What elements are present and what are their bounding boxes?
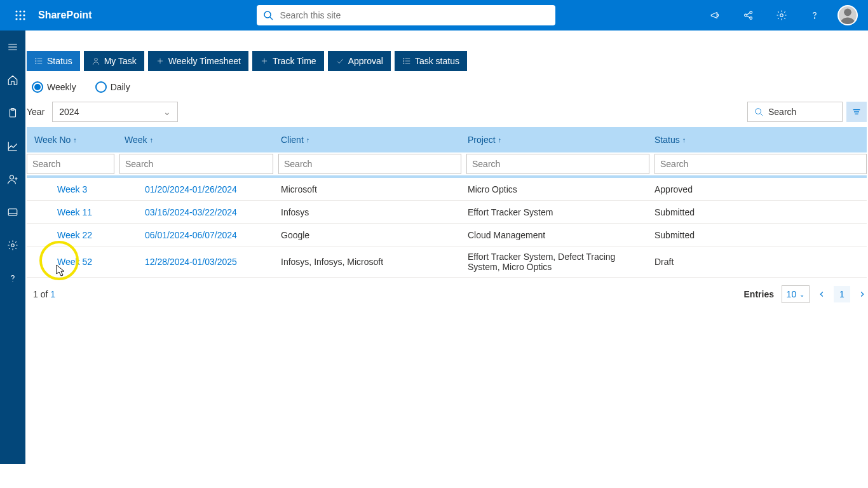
main-panel: Status My Task Weekly Timesheet Track Ti… xyxy=(25,30,868,488)
list-icon xyxy=(402,57,411,65)
table-search[interactable]: Search xyxy=(747,102,843,122)
share-icon[interactable] xyxy=(738,5,759,25)
pagination: 1 of 1 Entries 10 ⌄ 1 xyxy=(33,285,867,303)
gear-icon[interactable] xyxy=(771,5,792,25)
clipboard-icon[interactable] xyxy=(3,103,23,123)
cell-status: Submitted xyxy=(647,225,867,245)
radio-daily[interactable]: Daily xyxy=(95,81,130,93)
tab-label: Status xyxy=(47,56,72,66)
user-avatar[interactable] xyxy=(837,5,858,25)
cell-weekno[interactable]: Week 52 xyxy=(27,252,117,272)
chevron-down-icon: ⌄ xyxy=(163,107,171,117)
cell-week[interactable]: 06/01/2024-06/07/2024 xyxy=(117,225,273,245)
cell-week[interactable]: 12/28/2024-01/03/2025 xyxy=(117,252,273,272)
tab-status[interactable]: Status xyxy=(27,51,80,71)
app-launcher-icon[interactable] xyxy=(5,0,36,30)
svg-line-15 xyxy=(747,16,750,18)
sort-up-icon: ↑ xyxy=(306,136,310,144)
page-number[interactable]: 1 xyxy=(834,286,850,302)
svg-point-36 xyxy=(36,63,36,64)
plus-icon xyxy=(260,57,269,65)
view-radio-group: Weekly Daily xyxy=(32,81,868,93)
sort-up-icon: ↑ xyxy=(682,136,686,144)
sort-up-icon: ↑ xyxy=(150,136,154,144)
filter-toolbar: Year 2024 ⌄ Search xyxy=(27,102,868,122)
th-status[interactable]: Status↑ xyxy=(647,135,867,145)
pagination-info: 1 of 1 xyxy=(33,289,55,299)
radio-circle-icon xyxy=(32,81,43,93)
svg-point-11 xyxy=(745,14,747,17)
cell-status: Draft xyxy=(647,252,867,272)
filter-lines-icon xyxy=(851,107,862,117)
site-search-input[interactable] xyxy=(280,10,549,20)
radio-circle-icon xyxy=(95,81,107,93)
user-plus-icon[interactable] xyxy=(3,169,23,189)
filter-button[interactable] xyxy=(846,102,867,122)
chevron-down-icon: ⌄ xyxy=(799,291,804,298)
sidebar-help-icon[interactable] xyxy=(3,268,23,288)
sort-up-icon: ↑ xyxy=(498,136,502,144)
table-header: Week No↑ Week↑ Client↑ Project↑ Status↑ xyxy=(27,127,867,152)
search-icon xyxy=(263,10,273,20)
megaphone-icon[interactable] xyxy=(705,5,726,25)
tab-label: My Task xyxy=(104,56,137,66)
tab-weekly-timesheet[interactable]: Weekly Timesheet xyxy=(148,51,248,71)
tab-row: Status My Task Weekly Timesheet Track Ti… xyxy=(27,51,868,71)
cell-week[interactable]: 01/20/2024-01/26/2024 xyxy=(117,179,273,200)
cell-week[interactable]: 03/16/2024-03/22/2024 xyxy=(117,202,273,222)
svg-point-8 xyxy=(23,18,25,20)
table-filter-row xyxy=(27,152,867,178)
filter-status[interactable] xyxy=(654,154,867,174)
cell-project: Micro Optics xyxy=(460,179,647,200)
tab-mytask[interactable]: My Task xyxy=(84,51,144,71)
tab-approval[interactable]: Approval xyxy=(328,51,391,71)
filter-weekno[interactable] xyxy=(27,154,114,174)
table-row: Week 3 01/20/2024-01/26/2024 Microsoft M… xyxy=(27,178,867,201)
cell-project: Cloud Management xyxy=(460,225,647,245)
filter-week[interactable] xyxy=(119,154,273,174)
radio-weekly[interactable]: Weekly xyxy=(32,81,76,93)
svg-point-2 xyxy=(23,10,25,12)
svg-point-48 xyxy=(756,109,761,114)
th-project[interactable]: Project↑ xyxy=(460,135,647,145)
brand-label: SharePoint xyxy=(38,10,92,21)
tab-label: Track Time xyxy=(273,56,316,66)
tablet-icon[interactable] xyxy=(3,202,23,222)
next-page-icon[interactable] xyxy=(858,290,867,299)
th-weekno[interactable]: Week No↑ xyxy=(27,135,117,145)
tab-label: Approval xyxy=(348,56,383,66)
cell-status: Approved xyxy=(647,179,867,200)
svg-point-1 xyxy=(19,10,21,12)
svg-point-9 xyxy=(264,11,271,18)
search-placeholder: Search xyxy=(768,107,796,117)
help-icon[interactable] xyxy=(804,5,825,25)
cell-weekno[interactable]: Week 3 xyxy=(27,179,117,200)
filter-project[interactable] xyxy=(466,154,649,174)
menu-toggle-icon[interactable] xyxy=(3,37,23,57)
chart-icon[interactable] xyxy=(3,136,23,156)
settings-icon[interactable] xyxy=(3,235,23,255)
th-client[interactable]: Client↑ xyxy=(273,135,460,145)
svg-point-47 xyxy=(403,63,404,64)
svg-line-49 xyxy=(761,114,763,116)
data-table: Week No↑ Week↑ Client↑ Project↑ Status↑ … xyxy=(27,127,867,278)
svg-point-30 xyxy=(12,281,13,281)
tab-task-status[interactable]: Task status xyxy=(395,51,467,71)
svg-point-24 xyxy=(10,175,14,179)
cell-weekno[interactable]: Week 22 xyxy=(27,225,117,245)
site-search[interactable] xyxy=(257,5,555,25)
filter-client[interactable] xyxy=(278,154,461,174)
entries-dropdown[interactable]: 10 ⌄ xyxy=(782,285,810,303)
home-icon[interactable] xyxy=(3,70,23,90)
svg-rect-27 xyxy=(8,209,17,216)
cell-weekno[interactable]: Week 11 xyxy=(27,202,117,222)
search-icon xyxy=(754,107,763,116)
th-week[interactable]: Week↑ xyxy=(117,135,273,145)
radio-label: Weekly xyxy=(47,82,76,92)
svg-line-10 xyxy=(270,17,273,20)
tab-label: Task status xyxy=(415,56,459,66)
year-label: Year xyxy=(27,107,44,117)
tab-track-time[interactable]: Track Time xyxy=(252,51,324,71)
prev-page-icon[interactable] xyxy=(817,290,826,299)
year-dropdown[interactable]: 2024 ⌄ xyxy=(52,102,178,122)
